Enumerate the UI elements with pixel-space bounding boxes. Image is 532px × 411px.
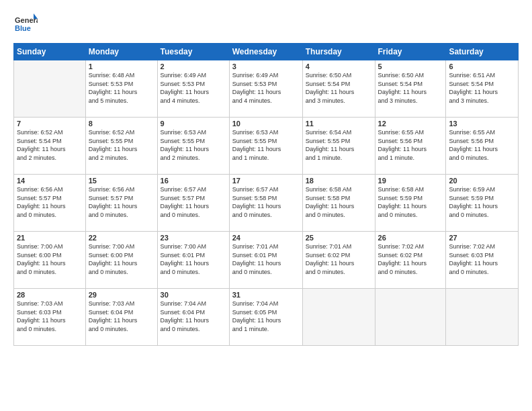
calendar-cell: 15Sunrise: 6:56 AM Sunset: 5:57 PM Dayli…	[85, 175, 157, 232]
logo: General Blue	[13, 12, 38, 36]
calendar-week-row: 21Sunrise: 7:00 AM Sunset: 6:00 PM Dayli…	[14, 232, 519, 289]
day-info: Sunrise: 6:58 AM Sunset: 5:59 PM Dayligh…	[378, 185, 443, 219]
calendar-cell: 14Sunrise: 6:56 AM Sunset: 5:57 PM Dayli…	[14, 175, 86, 232]
col-header-sunday: Sunday	[14, 44, 86, 60]
calendar-cell: 22Sunrise: 7:00 AM Sunset: 6:00 PM Dayli…	[85, 232, 157, 289]
svg-text:Blue: Blue	[15, 24, 31, 32]
calendar-cell: 30Sunrise: 7:04 AM Sunset: 6:04 PM Dayli…	[157, 289, 229, 346]
day-number: 3	[232, 62, 300, 71]
day-info: Sunrise: 7:00 AM Sunset: 6:01 PM Dayligh…	[161, 242, 226, 276]
day-number: 29	[89, 291, 154, 299]
day-info: Sunrise: 6:56 AM Sunset: 5:57 PM Dayligh…	[89, 185, 154, 219]
day-number: 26	[378, 234, 443, 242]
calendar-cell: 12Sunrise: 6:55 AM Sunset: 5:56 PM Dayli…	[375, 118, 446, 175]
day-number: 21	[17, 234, 83, 242]
day-info: Sunrise: 7:04 AM Sunset: 6:05 PM Dayligh…	[232, 300, 300, 333]
calendar-cell: 8Sunrise: 6:52 AM Sunset: 5:55 PM Daylig…	[85, 118, 157, 175]
day-number: 28	[17, 291, 83, 299]
calendar-week-row: 7Sunrise: 6:52 AM Sunset: 5:54 PM Daylig…	[14, 118, 519, 175]
calendar-cell: 17Sunrise: 6:57 AM Sunset: 5:58 PM Dayli…	[229, 175, 302, 232]
calendar-week-row: 14Sunrise: 6:56 AM Sunset: 5:57 PM Dayli…	[14, 175, 519, 232]
day-number: 27	[449, 234, 515, 242]
calendar-cell: 31Sunrise: 7:04 AM Sunset: 6:05 PM Dayli…	[229, 289, 302, 346]
page: General Blue SundayMondayTuesdayWednesda…	[0, 0, 532, 411]
calendar-cell: 21Sunrise: 7:00 AM Sunset: 6:00 PM Dayli…	[14, 232, 86, 289]
col-header-thursday: Thursday	[302, 44, 375, 60]
calendar-cell: 13Sunrise: 6:55 AM Sunset: 5:56 PM Dayli…	[446, 118, 519, 175]
day-info: Sunrise: 7:00 AM Sunset: 6:00 PM Dayligh…	[17, 242, 83, 276]
day-info: Sunrise: 6:52 AM Sunset: 5:55 PM Dayligh…	[89, 128, 154, 162]
day-info: Sunrise: 6:49 AM Sunset: 5:53 PM Dayligh…	[232, 71, 300, 105]
col-header-saturday: Saturday	[446, 44, 519, 60]
calendar-cell: 7Sunrise: 6:52 AM Sunset: 5:54 PM Daylig…	[14, 118, 86, 175]
calendar-cell: 11Sunrise: 6:54 AM Sunset: 5:55 PM Dayli…	[302, 118, 375, 175]
day-number: 17	[232, 177, 300, 185]
calendar-cell: 6Sunrise: 6:51 AM Sunset: 5:54 PM Daylig…	[446, 60, 519, 118]
day-info: Sunrise: 6:54 AM Sunset: 5:55 PM Dayligh…	[306, 128, 372, 162]
day-number: 25	[306, 234, 372, 242]
day-number: 2	[161, 62, 226, 71]
day-info: Sunrise: 7:04 AM Sunset: 6:04 PM Dayligh…	[161, 300, 226, 333]
calendar-cell: 9Sunrise: 6:53 AM Sunset: 5:55 PM Daylig…	[157, 118, 229, 175]
day-info: Sunrise: 6:50 AM Sunset: 5:54 PM Dayligh…	[378, 71, 443, 105]
day-info: Sunrise: 6:53 AM Sunset: 5:55 PM Dayligh…	[161, 128, 226, 162]
day-info: Sunrise: 7:02 AM Sunset: 6:03 PM Dayligh…	[449, 242, 515, 276]
day-info: Sunrise: 6:57 AM Sunset: 5:58 PM Dayligh…	[232, 185, 300, 219]
day-info: Sunrise: 6:58 AM Sunset: 5:58 PM Dayligh…	[306, 185, 372, 219]
calendar-cell: 19Sunrise: 6:58 AM Sunset: 5:59 PM Dayli…	[375, 175, 446, 232]
calendar-table: SundayMondayTuesdayWednesdayThursdayFrid…	[13, 43, 519, 346]
day-info: Sunrise: 6:48 AM Sunset: 5:53 PM Dayligh…	[89, 71, 154, 105]
calendar-cell	[375, 289, 446, 346]
day-info: Sunrise: 7:02 AM Sunset: 6:02 PM Dayligh…	[378, 242, 443, 276]
day-number: 13	[449, 120, 515, 128]
day-number: 30	[161, 291, 226, 299]
day-number: 10	[232, 120, 300, 128]
calendar-cell: 25Sunrise: 7:01 AM Sunset: 6:02 PM Dayli…	[302, 232, 375, 289]
day-number: 20	[449, 177, 515, 185]
day-info: Sunrise: 6:59 AM Sunset: 5:59 PM Dayligh…	[449, 185, 515, 219]
day-number: 7	[17, 120, 83, 128]
day-number: 9	[161, 120, 226, 128]
day-info: Sunrise: 6:51 AM Sunset: 5:54 PM Dayligh…	[449, 71, 515, 105]
day-number: 23	[161, 234, 226, 242]
day-number: 24	[232, 234, 300, 242]
calendar-cell: 2Sunrise: 6:49 AM Sunset: 5:53 PM Daylig…	[157, 60, 229, 118]
day-number: 31	[232, 291, 300, 299]
calendar-cell: 23Sunrise: 7:00 AM Sunset: 6:01 PM Dayli…	[157, 232, 229, 289]
calendar-cell: 26Sunrise: 7:02 AM Sunset: 6:02 PM Dayli…	[375, 232, 446, 289]
day-info: Sunrise: 7:03 AM Sunset: 6:04 PM Dayligh…	[89, 300, 154, 333]
day-info: Sunrise: 6:56 AM Sunset: 5:57 PM Dayligh…	[17, 185, 83, 219]
day-number: 5	[378, 62, 443, 71]
calendar-cell: 24Sunrise: 7:01 AM Sunset: 6:01 PM Dayli…	[229, 232, 302, 289]
day-info: Sunrise: 7:01 AM Sunset: 6:02 PM Dayligh…	[306, 242, 372, 276]
day-info: Sunrise: 6:50 AM Sunset: 5:54 PM Dayligh…	[306, 71, 372, 105]
day-info: Sunrise: 7:03 AM Sunset: 6:03 PM Dayligh…	[17, 300, 83, 333]
calendar-cell: 10Sunrise: 6:53 AM Sunset: 5:55 PM Dayli…	[229, 118, 302, 175]
calendar-cell: 4Sunrise: 6:50 AM Sunset: 5:54 PM Daylig…	[302, 60, 375, 118]
calendar-cell	[446, 289, 519, 346]
day-info: Sunrise: 6:55 AM Sunset: 5:56 PM Dayligh…	[449, 128, 515, 162]
col-header-wednesday: Wednesday	[229, 44, 302, 60]
day-info: Sunrise: 7:01 AM Sunset: 6:01 PM Dayligh…	[232, 242, 300, 276]
day-number: 6	[449, 62, 515, 71]
day-info: Sunrise: 6:55 AM Sunset: 5:56 PM Dayligh…	[378, 128, 443, 162]
calendar-week-row: 1Sunrise: 6:48 AM Sunset: 5:53 PM Daylig…	[14, 60, 519, 118]
logo-svg: General Blue	[13, 12, 38, 36]
day-number: 12	[378, 120, 443, 128]
calendar-cell: 20Sunrise: 6:59 AM Sunset: 5:59 PM Dayli…	[446, 175, 519, 232]
calendar-cell: 18Sunrise: 6:58 AM Sunset: 5:58 PM Dayli…	[302, 175, 375, 232]
day-number: 19	[378, 177, 443, 185]
day-number: 22	[89, 234, 154, 242]
day-info: Sunrise: 6:53 AM Sunset: 5:55 PM Dayligh…	[232, 128, 300, 162]
day-info: Sunrise: 6:52 AM Sunset: 5:54 PM Dayligh…	[17, 128, 83, 162]
calendar-cell: 5Sunrise: 6:50 AM Sunset: 5:54 PM Daylig…	[375, 60, 446, 118]
col-header-monday: Monday	[85, 44, 157, 60]
calendar-week-row: 28Sunrise: 7:03 AM Sunset: 6:03 PM Dayli…	[14, 289, 519, 346]
calendar-cell: 16Sunrise: 6:57 AM Sunset: 5:57 PM Dayli…	[157, 175, 229, 232]
calendar-cell: 1Sunrise: 6:48 AM Sunset: 5:53 PM Daylig…	[85, 60, 157, 118]
calendar-cell: 29Sunrise: 7:03 AM Sunset: 6:04 PM Dayli…	[85, 289, 157, 346]
calendar-header-row: SundayMondayTuesdayWednesdayThursdayFrid…	[14, 44, 519, 60]
col-header-friday: Friday	[375, 44, 446, 60]
calendar-cell: 27Sunrise: 7:02 AM Sunset: 6:03 PM Dayli…	[446, 232, 519, 289]
day-number: 14	[17, 177, 83, 185]
